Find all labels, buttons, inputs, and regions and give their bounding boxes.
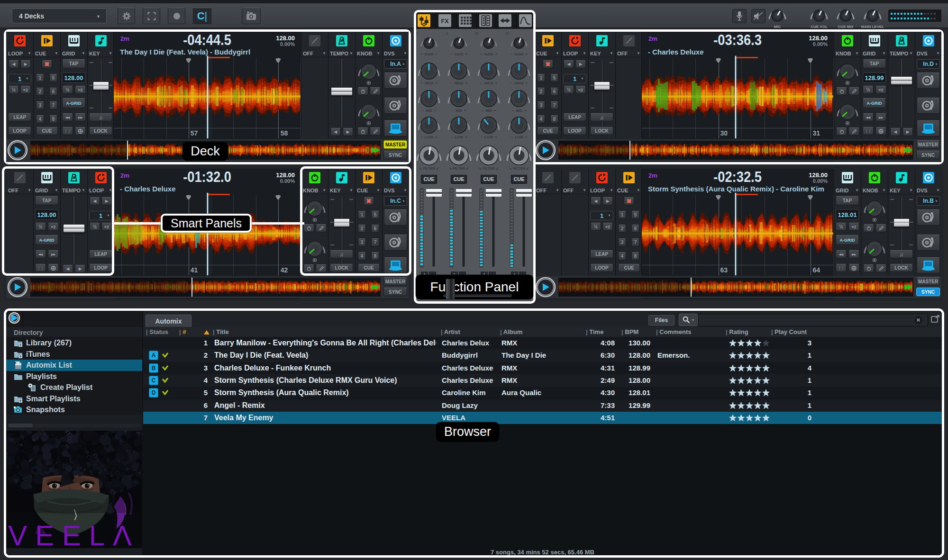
svg-text:− LOW +: − LOW +: [511, 135, 528, 139]
svg-text:− MID +: − MID +: [422, 108, 437, 113]
svg-text:VEELΛ: VEELΛ: [8, 520, 136, 548]
svg-text:B: B: [475, 31, 479, 36]
svg-text:↘ FILTER ↙: ↘ FILTER ↙: [479, 166, 499, 171]
svg-text:MIC: MIC: [774, 25, 781, 29]
svg-text:CUE VOL: CUE VOL: [811, 25, 828, 29]
svg-text:− GAIN +: − GAIN +: [420, 52, 438, 56]
svg-text:A: A: [900, 38, 903, 43]
svg-text:− GAIN +: − GAIN +: [480, 52, 497, 56]
svg-text:− MID +: − MID +: [452, 108, 466, 113]
svg-text:CUE MIX: CUE MIX: [838, 25, 854, 29]
svg-text:A: A: [446, 31, 449, 36]
svg-text:− GAIN +: − GAIN +: [510, 52, 528, 56]
svg-text:− HIGH +: − HIGH +: [480, 81, 497, 85]
svg-text:− HIGH +: − HIGH +: [510, 81, 528, 85]
svg-text:− HIGH +: − HIGH +: [420, 81, 438, 85]
svg-text:− HIGH +: − HIGH +: [450, 81, 467, 85]
svg-text:MAIN LEVEL: MAIN LEVEL: [861, 25, 884, 29]
svg-text:− GAIN +: − GAIN +: [450, 52, 467, 56]
svg-text:D: D: [506, 31, 509, 36]
svg-text:C: C: [416, 31, 419, 36]
svg-text:− LOW +: − LOW +: [481, 135, 497, 139]
svg-text:− MID +: − MID +: [512, 108, 527, 113]
svg-text:↘ FILTER ↙: ↘ FILTER ↙: [509, 166, 529, 171]
svg-text:↘ FILTER ↙: ↘ FILTER ↙: [449, 166, 469, 171]
svg-text:− MID +: − MID +: [482, 108, 496, 113]
svg-text:− LOW +: − LOW +: [421, 135, 438, 139]
svg-text:− LOW +: − LOW +: [451, 135, 467, 139]
svg-text:A: A: [340, 38, 343, 43]
svg-text:↘ FILTER ↙: ↘ FILTER ↙: [419, 166, 439, 171]
